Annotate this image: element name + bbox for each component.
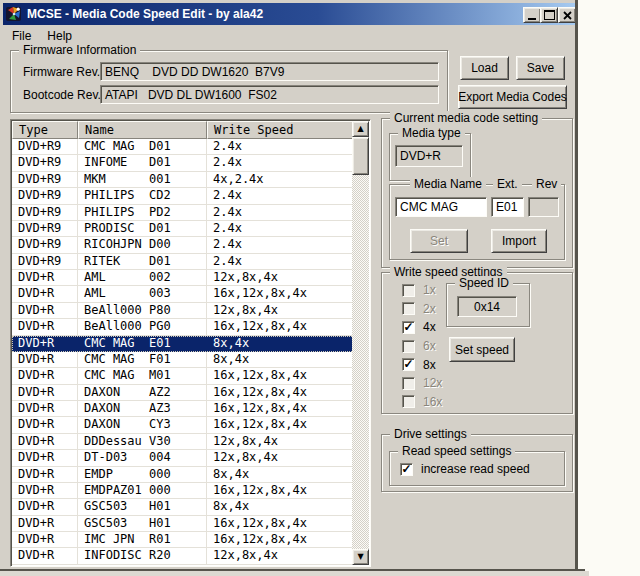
cell-type: DVD+R9	[12, 188, 78, 204]
set-speed-button[interactable]: Set speed	[449, 337, 515, 362]
bootcode-rev-field: ATAPI DVD DL DW1600 FS02	[100, 85, 439, 104]
menu-file[interactable]: File	[5, 27, 38, 45]
table-row[interactable]: DVD+R9PHILIPS CD22.4x	[12, 188, 354, 204]
rev-label: Rev	[532, 177, 561, 191]
window-title: MCSE - Media Code Speed Edit - by ala42	[27, 7, 263, 21]
cell-speed: 4x,2.4x	[207, 172, 354, 188]
cell-name: DT-D03 004	[78, 450, 207, 466]
cell-type: DVD+R9	[12, 172, 78, 188]
media-name-label: Media Name	[410, 177, 486, 191]
table-row[interactable]: DVD+RAML 00212x,8x,4x	[12, 270, 354, 286]
column-header-name[interactable]: Name	[78, 121, 207, 139]
cell-name: RICOHJPN D00	[78, 237, 207, 253]
cell-speed: 16x,12x,8x,4x	[207, 532, 354, 548]
table-row[interactable]: DVD+R9INFOME D012.4x	[12, 155, 354, 171]
cell-name: PHILIPS CD2	[78, 188, 207, 204]
cell-speed: 2.4x	[207, 155, 354, 171]
table-row[interactable]: DVD+RBeAll000 PG016x,12x,8x,4x	[12, 319, 354, 335]
scroll-up-button[interactable]: ▲	[352, 121, 369, 137]
title-bar[interactable]: MCSE - Media Code Speed Edit - by ala42	[3, 3, 575, 25]
table-row[interactable]: DVD+RGSC503 H0116x,12x,8x,4x	[12, 516, 354, 532]
cell-speed: 12x,8x,4x	[207, 270, 354, 286]
checkbox-label: 4x	[423, 320, 436, 334]
minimize-button[interactable]	[523, 7, 541, 23]
table-row[interactable]: DVD+RDAXON CY316x,12x,8x,4x	[12, 417, 354, 433]
cell-speed: 16x,12x,8x,4x	[207, 401, 354, 417]
current-media-code-group: Current media code setting Media type DV…	[381, 118, 573, 268]
table-row[interactable]: DVD+REMDPAZ01 00016x,12x,8x,4x	[12, 483, 354, 499]
cell-speed: 8x,4x	[207, 352, 354, 368]
window-right-edge	[575, 0, 578, 569]
rev-field	[528, 197, 559, 217]
cell-type: DVD+R	[12, 499, 78, 515]
cell-name: BeAll000 P80	[78, 303, 207, 319]
menu-help[interactable]: Help	[40, 27, 79, 45]
table-row[interactable]: DVD+R9RITEK D012.4x	[12, 254, 354, 270]
checkbox-8x[interactable]: ✓	[402, 358, 415, 371]
cell-type: DVD+R	[12, 483, 78, 499]
cell-type: DVD+R9	[12, 254, 78, 270]
table-row[interactable]: DVD+RCMC MAG F018x,4x	[12, 352, 354, 368]
cell-type: DVD+R	[12, 336, 78, 352]
write-speed-option-12x: 12x	[402, 374, 462, 393]
cell-type: DVD+R9	[12, 205, 78, 221]
table-row[interactable]: DVD+R9PRODISC D012.4x	[12, 221, 354, 237]
cell-name: GSC503 H01	[78, 499, 207, 515]
table-row[interactable]: DVD+RBeAll000 P8012x,8x,4x	[12, 303, 354, 319]
cell-name: INFOME D01	[78, 155, 207, 171]
cell-name: MKM 001	[78, 172, 207, 188]
cell-speed: 2.4x	[207, 221, 354, 237]
cell-type: DVD+R	[12, 532, 78, 548]
table-row[interactable]: DVD+RIMC JPN R0116x,12x,8x,4x	[12, 532, 354, 548]
table-row[interactable]: DVD+RINFODISC R2012x,8x,4x	[12, 548, 354, 564]
table-row[interactable]: DVD+R9PHILIPS PD22.4x	[12, 205, 354, 221]
increase-read-speed-label: increase read speed	[421, 462, 530, 476]
background-strip	[0, 571, 589, 576]
cell-name: DAXON AZ2	[78, 385, 207, 401]
table-row[interactable]: DVD+REMDP 0008x,4x	[12, 467, 354, 483]
close-button[interactable]	[558, 7, 576, 23]
table-row[interactable]: DVD+RDDDessau V3012x,8x,4x	[12, 434, 354, 450]
arrow-down-icon: ▼	[357, 553, 363, 561]
cell-speed: 2.4x	[207, 205, 354, 221]
table-row[interactable]: DVD+RDAXON AZ216x,12x,8x,4x	[12, 385, 354, 401]
close-icon	[563, 11, 572, 20]
checkbox-label: 16x	[423, 395, 442, 409]
table-row[interactable]: DVD+RGSC503 H018x,4x	[12, 499, 354, 515]
cell-name: DAXON AZ3	[78, 401, 207, 417]
media-name-input[interactable]: CMC MAG	[395, 197, 487, 217]
arrow-up-icon: ▲	[357, 125, 363, 133]
export-media-codes-button[interactable]: Export Media Codes	[458, 85, 567, 109]
table-row[interactable]: DVD+RAML 00316x,12x,8x,4x	[12, 286, 354, 302]
vertical-scrollbar[interactable]: ▲ ▼	[352, 121, 369, 565]
media-type-label: Media type	[398, 126, 465, 140]
scroll-down-button[interactable]: ▼	[352, 549, 369, 565]
cell-name: PHILIPS PD2	[78, 205, 207, 221]
table-row[interactable]: DVD+RDT-D03 00412x,8x,4x	[12, 450, 354, 466]
checkbox-12x	[402, 377, 415, 390]
load-button[interactable]: Load	[460, 56, 509, 80]
table-row[interactable]: DVD+RCMC MAG E018x,4x	[12, 336, 354, 352]
table-row[interactable]: DVD+RCMC MAG M0116x,12x,8x,4x	[12, 368, 354, 384]
column-header-type[interactable]: Type	[12, 121, 78, 139]
speed-id-group: Speed ID 0x14	[446, 283, 530, 327]
cell-speed: 12x,8x,4x	[207, 303, 354, 319]
save-button[interactable]: Save	[516, 56, 565, 80]
drive-settings-label: Drive settings	[390, 427, 471, 441]
speed-id-label: Speed ID	[455, 276, 513, 290]
column-header-write-speed[interactable]: Write Speed	[207, 121, 354, 139]
firmware-information-group: Firmware Information Firmware Rev. BENQ …	[10, 50, 448, 113]
maximize-button[interactable]	[540, 7, 558, 23]
increase-read-speed-checkbox[interactable]: ✓	[400, 463, 413, 476]
checkbox-4x[interactable]: ✓	[402, 321, 415, 334]
scrollbar-thumb[interactable]	[352, 137, 369, 175]
ext-input[interactable]: E01	[491, 197, 524, 217]
cell-name: DDDessau V30	[78, 434, 207, 450]
table-row[interactable]: DVD+R9RICOHJPN D002.4x	[12, 237, 354, 253]
table-row[interactable]: DVD+RDAXON AZ316x,12x,8x,4x	[12, 401, 354, 417]
table-row[interactable]: DVD+R9CMC MAG D012.4x	[12, 139, 354, 155]
table-row[interactable]: DVD+R9MKM 0014x,2.4x	[12, 172, 354, 188]
cell-type: DVD+R9	[12, 139, 78, 155]
import-button[interactable]: Import	[491, 229, 547, 253]
ext-label: Ext.	[493, 177, 522, 191]
